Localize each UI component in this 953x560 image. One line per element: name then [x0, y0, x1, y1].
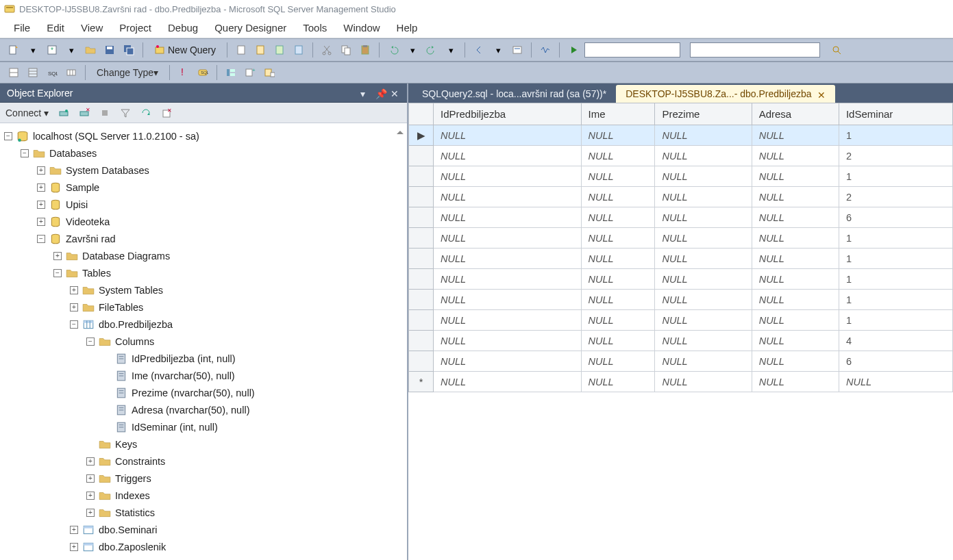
menu-debug[interactable]: Debug: [160, 19, 206, 36]
menu-window[interactable]: Window: [335, 19, 388, 36]
grid-cell[interactable]: NULL: [581, 249, 655, 269]
dropdown-icon[interactable]: ▾: [25, 42, 41, 58]
table-row[interactable]: NULLNULLNULLNULL1: [409, 290, 953, 310]
grid-cell[interactable]: 6: [839, 207, 952, 228]
grid-cell[interactable]: NULL: [752, 269, 839, 290]
tree-db-zavrsni[interactable]: −Završni rad: [0, 230, 407, 247]
col-prezime[interactable]: Prezime: [655, 103, 752, 125]
grid-cell[interactable]: NULL: [581, 228, 655, 249]
grid-cell[interactable]: NULL: [581, 331, 655, 351]
grid-cell[interactable]: NULL: [434, 351, 582, 372]
tree-db-upisi[interactable]: +Upisi: [0, 196, 407, 213]
dropdown2-icon[interactable]: ▾: [63, 42, 79, 58]
grid-cell[interactable]: 2: [839, 187, 952, 207]
grid-cell[interactable]: NULL: [581, 310, 655, 331]
script3-icon[interactable]: [271, 42, 288, 58]
grid-cell[interactable]: 2: [839, 146, 952, 166]
tree-file-tables[interactable]: +FileTables: [0, 298, 407, 316]
connect-button[interactable]: Connect ▾: [5, 107, 51, 118]
menu-file[interactable]: File: [5, 19, 38, 36]
tree-databases[interactable]: −Databases: [0, 144, 407, 162]
find-icon[interactable]: [509, 42, 525, 58]
table-row[interactable]: ▶NULLNULLNULLNULL1: [409, 125, 953, 146]
play-icon[interactable]: [565, 42, 582, 58]
menu-tools[interactable]: Tools: [295, 19, 335, 36]
execute-icon[interactable]: !: [175, 64, 192, 81]
grid-cell[interactable]: NULL: [752, 166, 839, 187]
tree-col-adresa[interactable]: Adresa (nvarchar(50), null): [0, 401, 407, 418]
script-icon[interactable]: [233, 42, 249, 58]
grid-cell[interactable]: NULL: [655, 125, 752, 146]
diagram-pane-icon[interactable]: [5, 64, 22, 81]
save-all-icon[interactable]: [121, 42, 137, 58]
tab-close-icon[interactable]: ✕: [817, 90, 826, 98]
grid-cell[interactable]: 1: [839, 125, 952, 146]
open-folder-icon[interactable]: [82, 42, 99, 58]
grid-cell[interactable]: NULL: [434, 310, 582, 331]
table-row[interactable]: *NULLNULLNULLNULLNULL: [409, 372, 953, 392]
undo-drop-icon[interactable]: ▾: [404, 42, 421, 58]
table-row[interactable]: NULLNULLNULLNULL2: [409, 187, 953, 207]
grid-cell[interactable]: NULL: [655, 269, 752, 290]
tree-columns[interactable]: −Columns: [0, 333, 407, 350]
disconnect-icon[interactable]: ✕: [76, 105, 92, 121]
grid-cell[interactable]: NULL: [655, 166, 752, 187]
grid-cell[interactable]: 4: [839, 331, 952, 351]
cut-icon[interactable]: [319, 42, 335, 58]
grid-cell[interactable]: NULL: [752, 146, 839, 166]
row-selector[interactable]: *: [409, 372, 434, 392]
tree-scrollbar[interactable]: [395, 127, 406, 556]
table-row[interactable]: NULLNULLNULLNULL1: [409, 269, 953, 290]
grid-cell[interactable]: NULL: [752, 187, 839, 207]
row-selector[interactable]: [409, 290, 434, 310]
grid-cell[interactable]: NULL: [655, 187, 752, 207]
tree-indexes[interactable]: +Indexes: [0, 487, 407, 504]
row-selector[interactable]: [409, 331, 434, 351]
tree-col-prezime[interactable]: Prezime (nvarchar(50), null): [0, 384, 407, 401]
grid-cell[interactable]: NULL: [655, 310, 752, 331]
undo-icon[interactable]: [385, 42, 401, 58]
row-selector[interactable]: [409, 249, 434, 269]
tree-triggers[interactable]: +Triggers: [0, 470, 407, 487]
tree-db-sample[interactable]: +Sample: [0, 179, 407, 196]
paste-icon[interactable]: [357, 42, 373, 58]
grid-cell[interactable]: NULL: [752, 249, 839, 269]
grid-cell[interactable]: NULL: [655, 290, 752, 310]
tree-col-idpredbiljezba[interactable]: IdPredbiljezba (int, null): [0, 350, 407, 367]
col-idseminar[interactable]: IdSeminar: [839, 103, 952, 125]
criteria-pane-icon[interactable]: [25, 64, 41, 81]
table-row[interactable]: NULLNULLNULLNULL1: [409, 310, 953, 331]
refresh-icon[interactable]: [138, 105, 154, 121]
panel-close-icon[interactable]: ✕: [391, 88, 400, 98]
object-explorer-tree[interactable]: −localhost (SQL Server 11.0.2100 - sa) −…: [0, 123, 407, 560]
group-by-icon[interactable]: [223, 64, 239, 81]
redo-icon[interactable]: [423, 42, 440, 58]
tree-tables[interactable]: −Tables: [0, 264, 407, 281]
grid-cell[interactable]: 1: [839, 269, 952, 290]
grid-cell[interactable]: NULL: [839, 372, 952, 392]
grid-cell[interactable]: NULL: [581, 166, 655, 187]
row-selector[interactable]: [409, 187, 434, 207]
grid-cell[interactable]: NULL: [434, 249, 582, 269]
tree-table-zaposlenik[interactable]: +dbo.Zaposlenik: [0, 538, 407, 555]
change-type-button[interactable]: Change Type ▾: [91, 64, 164, 81]
menu-view[interactable]: View: [73, 19, 111, 36]
grid-cell[interactable]: NULL: [434, 331, 582, 351]
row-selector[interactable]: [409, 269, 434, 290]
tree-col-idseminar[interactable]: IdSeminar (int, null): [0, 418, 407, 435]
grid-cell[interactable]: 1: [839, 310, 952, 331]
grid-cell[interactable]: NULL: [434, 125, 582, 146]
grid-cell[interactable]: NULL: [581, 187, 655, 207]
panel-dropdown-icon[interactable]: ▾: [360, 88, 370, 98]
row-selector[interactable]: ▶: [409, 125, 434, 146]
new-project-icon[interactable]: [5, 42, 22, 58]
grid-cell[interactable]: NULL: [434, 166, 582, 187]
redo-drop-icon[interactable]: ▾: [443, 42, 459, 58]
verify-sql-icon[interactable]: SQL: [195, 64, 211, 81]
scroll-up-icon[interactable]: [395, 127, 406, 138]
grid-cell[interactable]: 1: [839, 228, 952, 249]
menu-edit[interactable]: Edit: [38, 19, 73, 36]
table-row[interactable]: NULLNULLNULLNULL4: [409, 331, 953, 351]
grid-cell[interactable]: NULL: [752, 290, 839, 310]
grid-cell[interactable]: NULL: [655, 351, 752, 372]
